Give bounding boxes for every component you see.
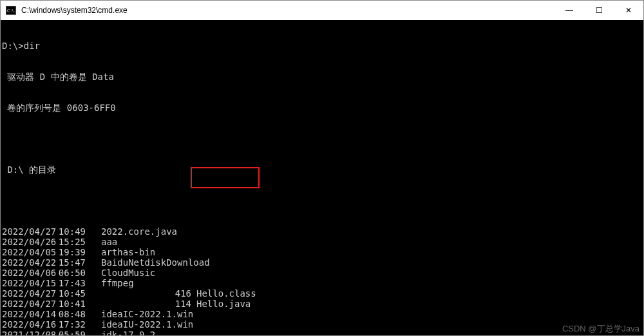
- col-name: 2022.core.java: [101, 226, 177, 237]
- listing-row: 2021/12/0805:59jdk-17.0.2: [2, 330, 642, 335]
- col-time: 19:39: [55, 247, 86, 257]
- listing-row: 2022/04/2215:47BaiduNetdiskDownload: [2, 257, 642, 268]
- col-name: jdk-17.0.2: [101, 330, 155, 335]
- col-name: Hello.java: [196, 299, 642, 309]
- col-time: 17:43: [55, 278, 86, 288]
- col-time: 08:48: [55, 309, 86, 319]
- col-name: Hello.class: [196, 288, 642, 299]
- col-date: 2022/04/14: [2, 309, 55, 319]
- listing-row: 2022/04/2615:25aaa: [2, 237, 642, 247]
- col-name: ideaIU-2022.1.win: [101, 319, 193, 330]
- col-time: 10:41: [55, 299, 86, 309]
- prompt-command: dir: [24, 41, 40, 51]
- col-date: 2022/04/27: [2, 226, 55, 237]
- minimize-button[interactable]: —: [554, 1, 584, 20]
- col-time: 15:25: [55, 237, 86, 247]
- blank-line: [2, 195, 642, 206]
- col-time: 17:32: [55, 319, 86, 330]
- listing-row: 2022/04/1517:43ffmpeg: [2, 278, 642, 288]
- col-time: 05:59: [55, 330, 86, 335]
- terminal-area[interactable]: D:\>dir 驱动器 D 中的卷是 Data 卷的序列号是 0603-6FF0…: [1, 20, 643, 335]
- col-dir: CloudMusic: [101, 268, 132, 278]
- prompt-path: D:\: [2, 41, 18, 51]
- listing-row: 2022/04/1617:32ideaIU-2022.1.win: [2, 319, 642, 330]
- listing-row: 2022/04/0519:39arthas-bin: [2, 247, 642, 257]
- col-dir: ideaIC-2022.1.win: [101, 309, 132, 319]
- col-name: aaa: [101, 237, 117, 247]
- col-size: 416: [132, 288, 191, 299]
- col-dir: arthas-bin: [101, 247, 132, 257]
- col-date: 2022/04/05: [2, 247, 55, 257]
- col-name: arthas-bin: [101, 247, 155, 257]
- col-name: ideaIC-2022.1.win: [101, 309, 193, 319]
- col-date: 2022/04/06: [2, 268, 55, 278]
- blank-line: [2, 133, 642, 144]
- col-dir: [101, 299, 132, 309]
- col-dir: [101, 288, 132, 299]
- col-date: 2022/04/15: [2, 278, 55, 288]
- col-date: 2022/04/27: [2, 288, 55, 299]
- titlebar[interactable]: C:\. C:\windows\system32\cmd.exe — ☐ ✕: [1, 1, 643, 20]
- col-dir: aaa: [101, 237, 132, 247]
- col-time: 10:49: [55, 226, 86, 237]
- col-size: 114: [132, 299, 191, 309]
- listing-row: 2022/04/2710:492022.core.java: [2, 226, 642, 237]
- close-button[interactable]: ✕: [614, 1, 643, 20]
- col-dir: BaiduNetdiskDownload: [101, 257, 132, 268]
- col-dir: jdk-17.0.2: [101, 330, 132, 335]
- col-date: 2021/12/08: [2, 330, 55, 335]
- col-dir: ffmpeg: [101, 278, 132, 288]
- col-name: ffmpeg: [101, 278, 134, 288]
- col-name: BaiduNetdiskDownload: [101, 257, 210, 268]
- listing-row: 2022/04/2710:41114Hello.java: [2, 299, 642, 309]
- listing: 2022/04/2710:492022.core.java2022/04/261…: [2, 226, 642, 335]
- col-dir: ideaIU-2022.1.win: [101, 319, 132, 330]
- col-date: 2022/04/27: [2, 299, 55, 309]
- col-time: 06:50: [55, 268, 86, 278]
- dir-line: D:\ 的目录: [2, 164, 642, 175]
- col-time: 15:47: [55, 257, 86, 268]
- listing-row: 2022/04/2710:45416Hello.class: [2, 288, 642, 299]
- maximize-button[interactable]: ☐: [584, 1, 614, 20]
- cmd-window: C:\. C:\windows\system32\cmd.exe — ☐ ✕ D…: [0, 0, 644, 336]
- col-date: 2022/04/26: [2, 237, 55, 247]
- volume-line: 驱动器 D 中的卷是 Data: [2, 72, 642, 82]
- col-date: 2022/04/22: [2, 257, 55, 268]
- watermark: CSDN @丁总学Java: [562, 324, 639, 334]
- window-controls: — ☐ ✕: [554, 1, 643, 20]
- prompt-line: D:\>dir: [2, 41, 642, 51]
- window-title: C:\windows\system32\cmd.exe: [21, 6, 554, 15]
- serial-line: 卷的序列号是 0603-6FF0: [2, 103, 642, 113]
- col-date: 2022/04/16: [2, 319, 55, 330]
- col-time: 10:45: [55, 288, 86, 299]
- listing-row: 2022/04/1408:48ideaIC-2022.1.win: [2, 309, 642, 319]
- col-dir: 2022.core.java: [101, 226, 132, 237]
- col-name: CloudMusic: [101, 268, 155, 278]
- cmd-icon: C:\.: [6, 6, 16, 15]
- listing-row: 2022/04/0606:50CloudMusic: [2, 268, 642, 278]
